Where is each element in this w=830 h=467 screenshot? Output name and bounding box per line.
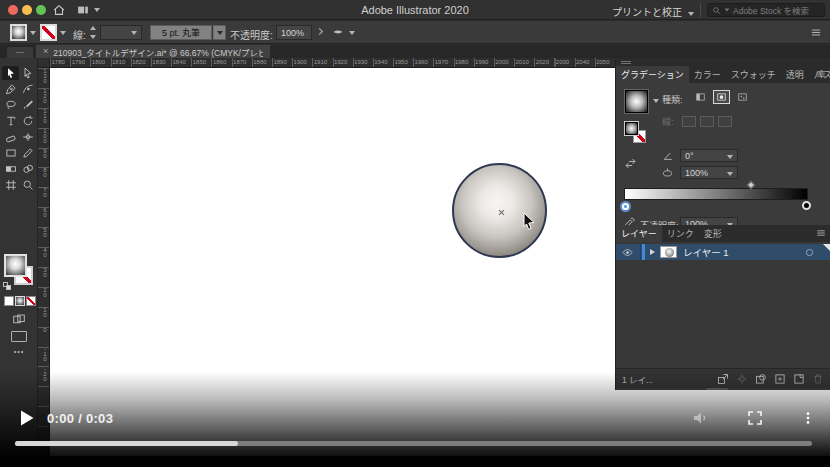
- fill-swatch[interactable]: [10, 24, 27, 41]
- seek-bar-progress[interactable]: [15, 441, 238, 446]
- default-fill-stroke-icon[interactable]: [3, 282, 12, 290]
- tool-eraser[interactable]: [2, 130, 19, 144]
- stroke-weight-dropdown[interactable]: [100, 25, 142, 40]
- layers-tab[interactable]: レイヤー: [616, 225, 662, 242]
- tool-shape-builder[interactable]: [19, 162, 36, 176]
- ruler-tick: 1830: [151, 58, 171, 67]
- target-circle-icon[interactable]: [804, 247, 815, 258]
- expand-arrow-icon[interactable]: [650, 249, 655, 255]
- tool-selection[interactable]: [2, 66, 19, 80]
- gradient-angle-field[interactable]: 0°: [680, 149, 738, 162]
- document-tab[interactable]: × 210903_タイトルデザイン.ai* @ 66.67% (CMYK/プレビ…: [36, 45, 270, 58]
- stroke-gradient-across-button: [718, 116, 732, 127]
- chevron-down-icon[interactable]: [60, 31, 66, 35]
- volume-icon[interactable]: [691, 410, 709, 426]
- export-icon: [717, 373, 729, 385]
- tool-direct-selection[interactable]: [19, 66, 36, 80]
- screen-mode-button[interactable]: [11, 331, 27, 342]
- new-sublayer-icon: [774, 373, 786, 385]
- edit-toolbar-button[interactable]: •••: [0, 348, 38, 355]
- gradient-type-radial-button[interactable]: [713, 90, 730, 104]
- locate-object-button[interactable]: [736, 373, 748, 385]
- aspect-ratio-field[interactable]: 100%: [680, 166, 738, 179]
- dock-tab[interactable]: 透明: [781, 66, 809, 83]
- drawing-modes-icon[interactable]: [8, 313, 30, 326]
- gradient-stop-end[interactable]: [802, 201, 811, 210]
- ruler-tick: 2020: [534, 58, 554, 67]
- color-button[interactable]: [4, 296, 14, 306]
- tool-rotate[interactable]: [19, 114, 36, 128]
- gradient-thumbnail[interactable]: [624, 89, 649, 114]
- fill-swatch[interactable]: [4, 254, 27, 277]
- clip-mask-icon: [755, 373, 767, 385]
- chevron-down-icon[interactable]: [30, 31, 36, 35]
- gradient-fill-stroke-swatches[interactable]: [624, 121, 654, 151]
- tool-lasso[interactable]: [2, 98, 19, 112]
- tool-artboard[interactable]: [2, 178, 19, 192]
- ruler-tick: 2010: [514, 58, 534, 67]
- tool-pencil[interactable]: [19, 146, 36, 160]
- ruler-tick: 100: [39, 128, 50, 148]
- layers-tab[interactable]: リンク: [662, 225, 699, 242]
- new-layer-button[interactable]: [793, 373, 805, 385]
- brush-definition-chevron[interactable]: [213, 25, 226, 40]
- tool-curvature[interactable]: [19, 82, 36, 96]
- fullscreen-icon[interactable]: [747, 410, 763, 426]
- more-options-icon[interactable]: [801, 408, 815, 428]
- visibility-eye-icon[interactable]: [621, 247, 634, 258]
- panel-menu-icon[interactable]: [815, 228, 827, 238]
- tool-gradient[interactable]: [2, 162, 19, 176]
- dock-tab[interactable]: グラデーション: [616, 66, 689, 83]
- tab-close-icon[interactable]: ×: [43, 47, 48, 56]
- dock-header[interactable]: [616, 58, 830, 66]
- gradient-slider[interactable]: [624, 188, 808, 200]
- gradient-type-freeform-button[interactable]: [734, 90, 751, 104]
- tool-paintbrush[interactable]: [19, 98, 36, 112]
- ruler-tick: 1790: [70, 58, 90, 67]
- reverse-gradient-icon[interactable]: [624, 157, 637, 170]
- tool-rectangle[interactable]: [2, 146, 19, 160]
- ruler-tick: 1870: [232, 58, 252, 67]
- workspace-switcher[interactable]: プリントと校正: [612, 4, 694, 19]
- layer-name[interactable]: レイヤー 1: [683, 245, 729, 259]
- new-sublayer-button[interactable]: [774, 373, 786, 385]
- layer-thumbnail[interactable]: [660, 246, 677, 258]
- brush-definition-dropdown[interactable]: 5 pt. 丸筆: [150, 25, 212, 40]
- none-button[interactable]: [26, 296, 36, 306]
- search-input[interactable]: Adobe Stock を検索: [707, 3, 825, 17]
- chevron-down-icon[interactable]: [653, 99, 659, 103]
- curvature-icon: [22, 83, 34, 95]
- opacity-field[interactable]: 100%: [276, 25, 312, 40]
- canvas[interactable]: [50, 68, 615, 467]
- panel-menu-icon[interactable]: [815, 69, 827, 79]
- stroke-swatch[interactable]: [40, 24, 57, 41]
- layers-tab[interactable]: 変形: [699, 225, 727, 242]
- width-profile-icon[interactable]: [330, 26, 346, 38]
- gradient-stop-start[interactable]: [620, 201, 631, 212]
- dock-tab[interactable]: カラー: [689, 66, 726, 83]
- tool-width[interactable]: [19, 130, 36, 144]
- stroke-weight-stepper[interactable]: [89, 26, 97, 39]
- gradient-type-linear-button[interactable]: [692, 90, 709, 104]
- fill-swatch[interactable]: [624, 121, 639, 136]
- make-clipping-mask-button[interactable]: [755, 373, 767, 385]
- ruler-tick: 110: [39, 108, 50, 128]
- tool-type[interactable]: [2, 114, 19, 128]
- tool-pen[interactable]: [2, 82, 19, 96]
- play-button[interactable]: [19, 409, 35, 427]
- direct-selection-icon: [22, 67, 34, 79]
- tool-zoom[interactable]: [19, 178, 36, 192]
- ruler-tick: -20: [39, 366, 50, 386]
- dock-tab[interactable]: スウォッチ: [726, 66, 781, 83]
- ruler-tick: 1970: [433, 58, 453, 67]
- layer-row[interactable]: レイヤー 1: [616, 244, 830, 260]
- opacity-popup-arrow[interactable]: [316, 28, 323, 35]
- panel-menu-icon[interactable]: [810, 27, 822, 38]
- collect-for-export-button[interactable]: [717, 373, 729, 385]
- toolbar-grip[interactable]: [7, 47, 33, 58]
- ruler-tick: 130: [39, 68, 50, 88]
- gradient-type-label: 種類:: [662, 93, 683, 106]
- delete-layer-button[interactable]: [812, 373, 824, 385]
- gradient-button[interactable]: [15, 296, 25, 306]
- seek-bar[interactable]: [15, 441, 812, 446]
